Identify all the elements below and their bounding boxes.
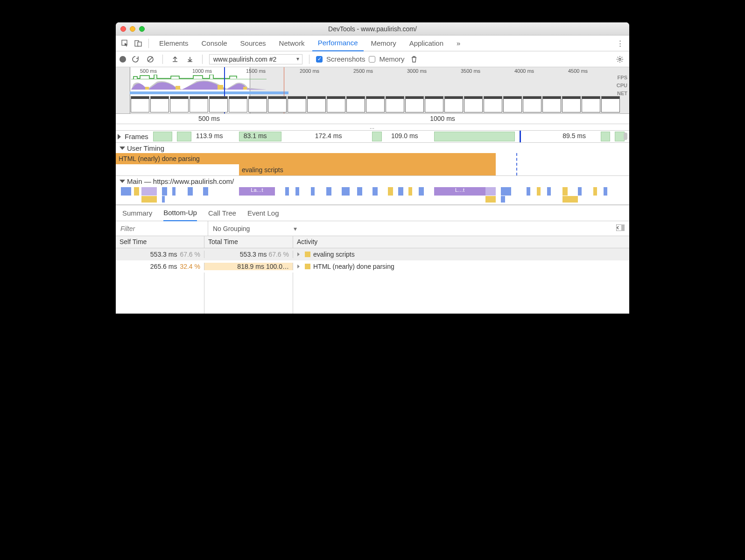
filmstrip-frame[interactable] bbox=[366, 96, 385, 112]
svg-point-7 bbox=[619, 58, 621, 60]
filter-input[interactable] bbox=[116, 221, 208, 236]
capture-settings-icon[interactable] bbox=[614, 54, 626, 65]
main-header[interactable]: Main — https://www.paulirish.com/ bbox=[116, 176, 629, 186]
filmstrip-frame[interactable] bbox=[484, 96, 502, 112]
tab-network[interactable]: Network bbox=[274, 35, 310, 51]
filmstrip-frame[interactable] bbox=[307, 96, 326, 112]
tab-performance[interactable]: Performance bbox=[312, 35, 364, 51]
user-timing-header[interactable]: User Timing bbox=[116, 143, 629, 153]
frames-track[interactable]: 113.9 ms 83.1 ms 172.4 ms 109.0 ms 89.5 … bbox=[153, 131, 629, 142]
record-button[interactable] bbox=[119, 56, 126, 63]
table-body: 553.3 ms 67.6 % 553.3 ms 67.6 % evaling … bbox=[116, 248, 629, 314]
activity-name: evaling scripts bbox=[313, 251, 355, 258]
collapse-icon[interactable] bbox=[119, 147, 125, 150]
tab-console[interactable]: Console bbox=[196, 35, 233, 51]
timeline-overview[interactable]: 500 ms 1000 ms 1500 ms 2000 ms 2500 ms 3… bbox=[116, 67, 629, 114]
scrollbar-thumb[interactable] bbox=[624, 133, 627, 140]
filmstrip-frame[interactable] bbox=[346, 96, 365, 112]
tab-event-log[interactable]: Event Log bbox=[247, 205, 279, 221]
table-row[interactable]: 553.3 ms 67.6 % 553.3 ms 67.6 % evaling … bbox=[116, 248, 629, 260]
filmstrip-frame[interactable] bbox=[425, 96, 443, 112]
filmstrip-frame[interactable] bbox=[562, 96, 581, 112]
filmstrip-frame[interactable] bbox=[150, 96, 169, 112]
filmstrip-frame[interactable] bbox=[503, 96, 522, 112]
tick-label: 500 ms bbox=[140, 68, 157, 74]
user-timing-track[interactable]: HTML (nearly) done parsing evaling scrip… bbox=[116, 153, 629, 175]
expand-icon[interactable] bbox=[297, 252, 300, 256]
filmstrip-frame[interactable] bbox=[131, 96, 149, 112]
filmstrip-frame[interactable] bbox=[190, 96, 208, 112]
filmstrip-frame[interactable] bbox=[327, 96, 345, 112]
frames-header[interactable]: Frames bbox=[116, 133, 153, 140]
tab-application[interactable]: Application bbox=[404, 35, 449, 51]
filmstrip-frame[interactable] bbox=[229, 96, 247, 112]
col-self-time[interactable]: Self Time bbox=[116, 236, 204, 248]
tab-memory[interactable]: Memory bbox=[365, 35, 402, 51]
filmstrip-frame[interactable] bbox=[386, 96, 404, 112]
filmstrip-frame[interactable] bbox=[444, 96, 463, 112]
zoom-window-button[interactable] bbox=[139, 26, 145, 32]
load-profile-icon[interactable] bbox=[169, 54, 181, 65]
profile-select[interactable]: www.paulirish.com #2 bbox=[209, 54, 302, 64]
window-controls bbox=[116, 26, 145, 32]
flame-block[interactable]: L…t bbox=[434, 187, 485, 196]
filmstrip-frame[interactable] bbox=[288, 96, 306, 112]
filmstrip-frame[interactable] bbox=[170, 96, 189, 112]
reload-record-icon[interactable] bbox=[130, 54, 141, 65]
memory-checkbox[interactable] bbox=[369, 56, 375, 63]
save-profile-icon[interactable] bbox=[184, 54, 196, 65]
table-header: Self Time Total Time Activity bbox=[116, 236, 629, 248]
tabs-overflow[interactable]: » bbox=[451, 35, 466, 51]
table-row[interactable]: 265.6 ms 32.4 % 818.9 ms 100.0… HTML (ne… bbox=[116, 260, 629, 273]
kebab-menu-icon[interactable]: ⋮ bbox=[614, 38, 626, 49]
filmstrip-frame[interactable] bbox=[523, 96, 541, 112]
filmstrip-frame[interactable] bbox=[268, 96, 287, 112]
tab-bottom-up[interactable]: Bottom-Up bbox=[163, 205, 197, 221]
total-pct: 67.6 % bbox=[268, 251, 289, 258]
filmstrip-frame[interactable] bbox=[248, 96, 267, 112]
filmstrip-frame[interactable] bbox=[601, 96, 620, 112]
tab-sources[interactable]: Sources bbox=[235, 35, 272, 51]
flamechart-ruler[interactable]: 500 ms 1000 ms bbox=[116, 114, 629, 124]
expand-icon[interactable] bbox=[118, 134, 121, 140]
user-timing-lane[interactable]: User Timing HTML (nearly) done parsing e… bbox=[116, 143, 629, 176]
inspect-element-icon[interactable] bbox=[119, 38, 131, 49]
device-toolbar-icon[interactable] bbox=[133, 38, 144, 49]
collapse-icon[interactable] bbox=[119, 180, 125, 183]
tab-elements[interactable]: Elements bbox=[154, 35, 194, 51]
filmstrip-frame[interactable] bbox=[405, 96, 424, 112]
expand-icon[interactable] bbox=[297, 265, 300, 268]
panel-tabs: Elements Console Sources Network Perform… bbox=[116, 35, 629, 51]
main-lane[interactable]: Main — https://www.paulirish.com/ La…t L… bbox=[116, 176, 629, 205]
total-ms: 818.9 ms bbox=[237, 263, 264, 270]
minimize-window-button[interactable] bbox=[130, 26, 135, 32]
activity-color-icon bbox=[305, 264, 310, 269]
tab-summary[interactable]: Summary bbox=[122, 205, 152, 221]
window-title: DevTools - www.paulirish.com/ bbox=[116, 25, 629, 33]
filter-row: No Grouping bbox=[116, 221, 629, 236]
col-total-time[interactable]: Total Time bbox=[204, 236, 293, 248]
frames-lane[interactable]: Frames 113.9 ms 83.1 ms 172.4 ms 109.0 m… bbox=[116, 131, 629, 143]
screenshots-checkbox[interactable]: ✓ bbox=[316, 56, 323, 63]
filmstrip-frame[interactable] bbox=[464, 96, 483, 112]
garbage-collect-icon[interactable] bbox=[408, 54, 420, 65]
frames-header-label: Frames bbox=[125, 133, 148, 140]
main-flamechart[interactable]: La…t L…t bbox=[116, 186, 629, 205]
clear-icon[interactable] bbox=[145, 54, 156, 65]
user-timing-bar[interactable]: evaling scripts bbox=[239, 164, 496, 175]
close-window-button[interactable] bbox=[120, 26, 126, 32]
frame-duration: 113.9 ms bbox=[196, 132, 223, 140]
show-heaviest-stack-icon[interactable] bbox=[611, 224, 629, 232]
filmstrip[interactable] bbox=[130, 95, 629, 113]
divider bbox=[309, 55, 309, 64]
flame-block[interactable]: La…t bbox=[239, 187, 275, 196]
user-timing-bar[interactable]: HTML (nearly) done parsing bbox=[116, 153, 496, 164]
grouping-select[interactable]: No Grouping bbox=[208, 225, 302, 232]
collapsed-lanes-indicator[interactable]: … bbox=[116, 124, 629, 131]
filmstrip-frame[interactable] bbox=[582, 96, 600, 112]
col-activity[interactable]: Activity bbox=[293, 236, 629, 248]
filmstrip-frame[interactable] bbox=[542, 96, 561, 112]
cpu-label: CPU bbox=[617, 82, 627, 90]
filmstrip-frame[interactable] bbox=[209, 96, 228, 112]
tab-call-tree[interactable]: Call Tree bbox=[208, 205, 236, 221]
